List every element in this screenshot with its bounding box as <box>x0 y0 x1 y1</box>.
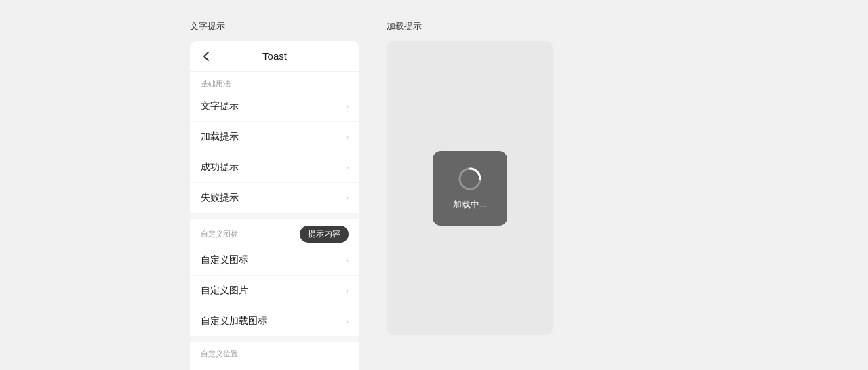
right-section-title: 加载提示 <box>387 20 678 33</box>
chevron-right-icon: › <box>346 132 349 142</box>
item-label: 加载提示 <box>201 131 239 143</box>
list-item[interactable]: 自定义加载图标 › <box>190 306 359 337</box>
chevron-right-icon: › <box>346 102 349 111</box>
chevron-right-icon: › <box>346 163 349 172</box>
divider <box>190 337 359 342</box>
chevron-right-icon: › <box>346 286 349 295</box>
list-item[interactable]: 自定义图标 › <box>190 245 359 276</box>
list-item[interactable]: 自定义图片 › <box>190 276 359 306</box>
left-section-title: 文字提示 <box>190 20 359 33</box>
phone-header: Toast <box>190 41 359 72</box>
back-button[interactable] <box>199 49 213 63</box>
chevron-right-icon: › <box>346 316 349 326</box>
list-item[interactable]: 顶部展示 › <box>190 362 359 370</box>
item-label: 成功提示 <box>201 161 239 173</box>
item-label: 自定义图片 <box>201 285 248 297</box>
left-section: 文字提示 Toast 基础用法 文字提示 › 加载提示 › <box>190 20 359 370</box>
right-phone-card: 加载中... <box>387 41 553 335</box>
item-label: 失败提示 <box>201 192 239 204</box>
basic-group-label: 基础用法 <box>190 72 359 91</box>
custom-position-group-label: 自定义位置 <box>190 342 359 362</box>
list-item[interactable]: 文字提示 › <box>190 91 359 122</box>
phone-card: Toast 基础用法 文字提示 › 加载提示 › 成功提示 › 失败提示 › <box>190 41 359 370</box>
divider <box>190 213 359 219</box>
loading-toast: 加载中... <box>433 151 507 226</box>
tab-button[interactable]: 提示内容 <box>300 226 349 243</box>
custom-icon-section-header: 自定义图标 提示内容 <box>190 219 359 245</box>
custom-icon-group-label: 自定义图标 <box>201 229 238 239</box>
right-section: 加载提示 加载中... <box>387 20 678 370</box>
loading-text: 加载中... <box>453 199 487 211</box>
chevron-right-icon: › <box>346 255 349 265</box>
chevron-right-icon: › <box>346 193 349 203</box>
loading-spinner-icon <box>457 166 483 192</box>
item-label: 文字提示 <box>201 100 239 112</box>
list-item[interactable]: 成功提示 › <box>190 152 359 183</box>
item-label: 自定义图标 <box>201 254 248 266</box>
main-container: 文字提示 Toast 基础用法 文字提示 › 加载提示 › <box>0 20 868 370</box>
item-label: 自定义加载图标 <box>201 315 267 327</box>
phone-title: Toast <box>262 50 287 62</box>
list-item[interactable]: 加载提示 › <box>190 122 359 152</box>
list-item[interactable]: 失败提示 › <box>190 183 359 213</box>
